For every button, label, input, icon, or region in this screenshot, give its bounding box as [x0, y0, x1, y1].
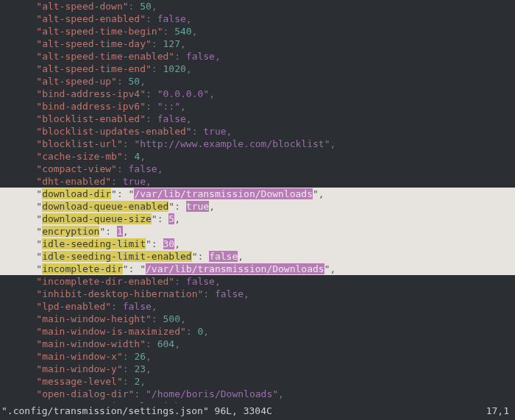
status-file-info: ".config/transmission/settings.json" 96L…	[1, 405, 272, 417]
config-line: "alt-speed-down": 50,	[13, 0, 515, 13]
config-line: "main-window-x": 26,	[13, 350, 515, 363]
config-line: "compact-view": false,	[13, 163, 515, 175]
status-bar: ".config/transmission/settings.json" 96L…	[0, 403, 515, 420]
config-line: "lpd-enabled": false,	[13, 300, 515, 313]
config-line: "alt-speed-up": 50,	[13, 75, 515, 88]
config-line: "alt-speed-enabled": false,	[13, 13, 515, 25]
config-line: "alt-speed-time-enabled": false,	[13, 50, 515, 63]
config-line: "incomplete-dir": "/var/lib/transmission…	[0, 263, 515, 275]
config-line: "blocklist-enabled": false,	[13, 113, 515, 125]
status-cursor-pos: 17,1	[486, 405, 509, 417]
config-line: "cache-size-mb": 4,	[13, 150, 515, 163]
config-line: "blocklist-url": "http://www.example.com…	[13, 138, 515, 150]
editor-viewport[interactable]: "alt-speed-down": 50, "alt-speed-enabled…	[0, 0, 515, 413]
config-line: "open-dialog-dir": "/home/boris/Download…	[13, 388, 515, 400]
config-line: "idle-seeding-limit-enabled": false,	[0, 250, 515, 263]
config-line: "idle-seeding-limit": 30,	[0, 238, 515, 250]
config-line: "main-window-is-maximized": 0,	[13, 325, 515, 338]
config-line: "alt-speed-time-begin": 540,	[13, 25, 515, 38]
config-line: "download-queue-size": 5,	[0, 213, 515, 225]
config-line: "main-window-y": 23,	[13, 363, 515, 375]
config-line: "bind-address-ipv6": "::",	[13, 100, 515, 113]
config-line: "download-dir": "/var/lib/transmission/D…	[0, 188, 515, 200]
config-line: "inhibit-desktop-hibernation": false,	[13, 288, 515, 300]
config-line: "incomplete-dir-enabled": false,	[13, 275, 515, 288]
config-line: "blocklist-updates-enabled": true,	[13, 125, 515, 138]
config-line: "message-level": 2,	[13, 375, 515, 388]
config-line: "alt-speed-time-end": 1020,	[13, 63, 515, 75]
config-line: "main-window-width": 604,	[13, 338, 515, 350]
config-line: "main-window-height": 500,	[13, 313, 515, 325]
config-line: "download-queue-enabled": true,	[0, 200, 515, 213]
config-line: "encryption": 1,	[0, 225, 515, 238]
config-line: "dht-enabled": true,	[13, 175, 515, 188]
config-line: "bind-address-ipv4": "0.0.0.0",	[13, 88, 515, 100]
config-line: "alt-speed-time-day": 127,	[13, 38, 515, 50]
